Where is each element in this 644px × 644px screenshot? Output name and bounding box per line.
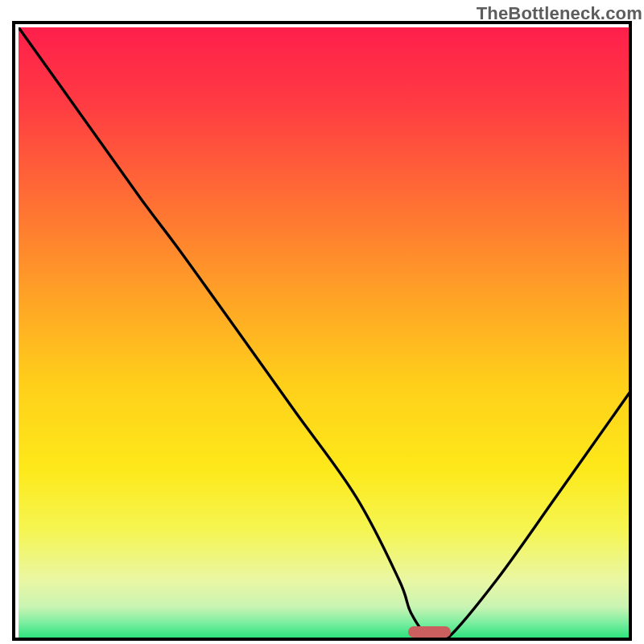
curve-path bbox=[19, 27, 632, 641]
chart-frame bbox=[12, 21, 632, 641]
plot-border bbox=[12, 21, 632, 641]
trough-marker bbox=[408, 626, 451, 638]
bottleneck-curve bbox=[19, 27, 632, 641]
